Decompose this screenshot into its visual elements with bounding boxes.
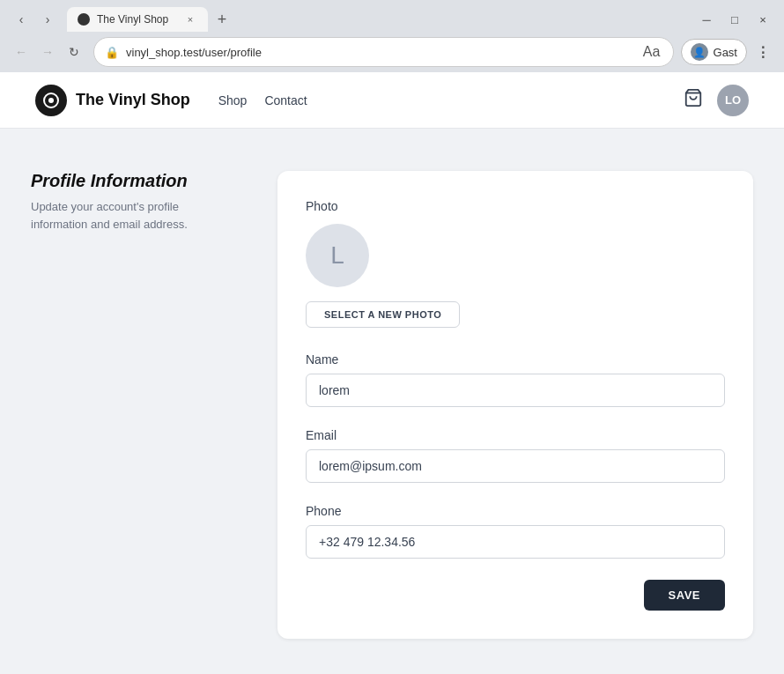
new-tab-button[interactable]: + xyxy=(210,7,234,32)
browser-menu-buttons: 👤 Gast ⋮ xyxy=(681,39,775,65)
maximize-button[interactable]: □ xyxy=(722,7,747,32)
window-close-button[interactable]: × xyxy=(751,7,775,32)
tab-title: The Vinyl Shop xyxy=(97,13,176,26)
tab-history-back-button[interactable]: ‹ xyxy=(9,7,33,32)
site-header: The Vinyl Shop Shop Contact LO xyxy=(0,72,784,129)
back-button[interactable]: ← xyxy=(9,40,33,64)
card-footer: SAVE xyxy=(306,580,725,611)
user-avatar[interactable]: LO xyxy=(717,85,749,116)
name-label: Name xyxy=(306,352,725,367)
minimize-button[interactable]: ─ xyxy=(694,7,719,32)
browser-chrome: ‹ › The Vinyl Shop × + ─ □ × ← → ↻ 🔒 Aa xyxy=(0,0,784,674)
email-input[interactable] xyxy=(306,449,725,483)
phone-label: Phone xyxy=(306,504,725,518)
page-content: Profile Information Update your account'… xyxy=(13,129,771,674)
phone-input[interactable] xyxy=(306,525,725,559)
nav-contact-link[interactable]: Contact xyxy=(264,93,307,107)
browser-profile-label: Gast xyxy=(714,46,737,59)
photo-label: Photo xyxy=(306,199,725,213)
website-content: The Vinyl Shop Shop Contact LO xyxy=(0,72,784,674)
tab-history-forward-button[interactable]: › xyxy=(35,7,60,32)
refresh-button[interactable]: ↻ xyxy=(62,40,86,64)
tab-history-area: ‹ › xyxy=(9,7,60,32)
photo-initial: L xyxy=(330,241,344,270)
window-controls: ─ □ × xyxy=(694,7,775,32)
name-input[interactable] xyxy=(306,374,725,407)
active-tab[interactable]: The Vinyl Shop × xyxy=(67,7,208,32)
header-right: LO xyxy=(684,85,749,116)
site-nav: Shop Contact xyxy=(218,93,307,107)
url-input[interactable] xyxy=(126,46,634,59)
page-sidebar: Profile Information Update your account'… xyxy=(31,171,225,233)
tab-favicon xyxy=(78,13,90,26)
browser-profile-button[interactable]: 👤 Gast xyxy=(681,39,747,65)
svg-point-1 xyxy=(48,98,54,103)
profile-card: Photo L SELECT A NEW PHOTO Name Email xyxy=(277,171,753,639)
photo-section: Photo L SELECT A NEW PHOTO xyxy=(306,199,725,328)
select-photo-button[interactable]: SELECT A NEW PHOTO xyxy=(306,301,460,328)
forward-button[interactable]: → xyxy=(35,40,60,64)
cart-icon[interactable] xyxy=(684,88,703,112)
site-logo[interactable]: The Vinyl Shop xyxy=(35,85,190,116)
form-section: Name Email Phone xyxy=(306,352,725,559)
tab-close-button[interactable]: × xyxy=(183,12,197,26)
address-bar[interactable]: 🔒 Aa xyxy=(93,37,674,67)
browser-profile-icon: 👤 xyxy=(691,43,708,61)
photo-placeholder: L xyxy=(306,224,369,287)
page-sidebar-description: Update your account's profile informatio… xyxy=(31,198,225,233)
browser-titlebar: ‹ › The Vinyl Shop × + ─ □ × xyxy=(0,0,784,32)
save-button[interactable]: SAVE xyxy=(644,580,725,611)
nav-shop-link[interactable]: Shop xyxy=(218,93,248,107)
phone-form-group: Phone xyxy=(306,504,725,559)
lock-icon: 🔒 xyxy=(105,46,119,59)
page-sidebar-title: Profile Information xyxy=(31,171,225,191)
site-name: The Vinyl Shop xyxy=(76,91,190,109)
name-form-group: Name xyxy=(306,352,725,407)
tab-bar: The Vinyl Shop × + xyxy=(67,7,691,32)
logo-icon xyxy=(35,85,67,116)
browser-toolbar: ← → ↻ 🔒 Aa 👤 Gast ⋮ xyxy=(0,32,784,72)
nav-buttons: ← → ↻ xyxy=(9,40,86,64)
email-label: Email xyxy=(306,428,725,442)
browser-menu-button[interactable]: ⋮ xyxy=(751,40,775,64)
translate-icon[interactable]: Aa xyxy=(641,41,662,63)
email-form-group: Email xyxy=(306,428,725,483)
